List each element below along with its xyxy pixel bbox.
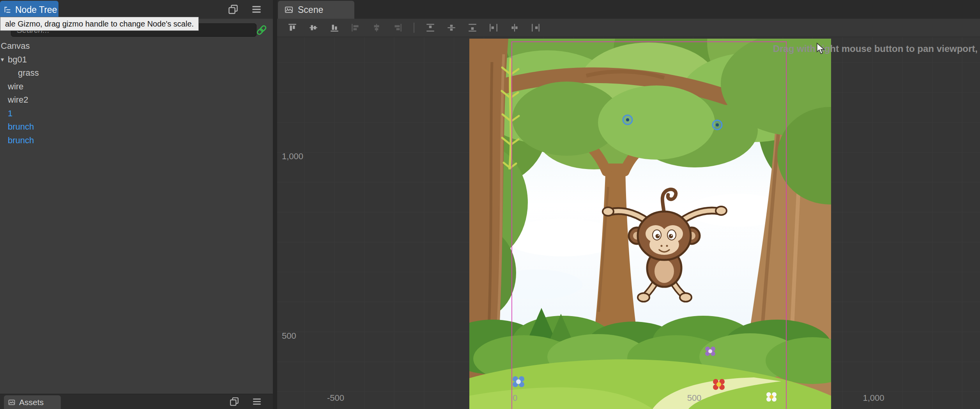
tree-node-1[interactable]: 1: [0, 107, 273, 121]
tree-node-wire2[interactable]: wire2: [0, 93, 273, 107]
align-bottom-icon: [329, 23, 340, 33]
align-bottom-button[interactable]: [327, 20, 342, 35]
tree-node-brunch[interactable]: brunch: [0, 120, 273, 134]
tree-node-label: 1: [8, 108, 12, 119]
dist-hcenter-icon: [509, 23, 520, 33]
scene-panel: Scene: [277, 0, 980, 409]
tab-scene[interactable]: Scene: [278, 1, 354, 19]
assets-icon: [8, 398, 16, 406]
align-hcenter-button[interactable]: [369, 20, 384, 35]
assets-panel-header: Assets: [0, 394, 273, 409]
tree-icon: [3, 5, 12, 14]
tree-node-Canvas[interactable]: Canvas: [0, 39, 273, 53]
dist-left-icon: [488, 23, 499, 33]
node-gizmo-handle[interactable]: [713, 120, 722, 130]
scene-forest-image: [469, 39, 831, 409]
scene-icon: [284, 5, 294, 14]
scene-header: Scene: [277, 0, 980, 19]
scene-viewport[interactable]: 1,000500-50005001,000 Drag with right mo…: [277, 37, 980, 409]
dist-bottom-icon: [467, 23, 478, 33]
align-hcenter-icon: [371, 23, 382, 33]
align-left-button[interactable]: [348, 20, 363, 35]
dist-vcenter-icon: [446, 23, 456, 33]
node-tree-tab-label: Node Tree: [15, 5, 57, 15]
link-node-icon[interactable]: [256, 24, 267, 36]
gizmo-tooltip: ale Gizmo, drag gizmo handle to change N…: [0, 17, 199, 31]
panel-menu-icon[interactable]: [252, 397, 262, 407]
tree-node-label: wire: [8, 82, 23, 92]
ruler-label-x: -500: [327, 393, 344, 403]
tree-node-bg01[interactable]: ▾bg01: [0, 53, 273, 67]
node-tree-list: Canvas▾bg01grasswirewire21brunchbrunch: [0, 39, 273, 147]
float-panel-icon[interactable]: [229, 397, 239, 407]
dist-top-icon: [425, 23, 435, 33]
dist-left-button[interactable]: [486, 20, 501, 35]
align-vcenter-icon: [308, 23, 318, 33]
dist-vcenter-button[interactable]: [444, 20, 459, 35]
assets-tab-label: Assets: [19, 398, 44, 407]
tree-node-label: grass: [18, 68, 39, 78]
toolbar-separator: [414, 23, 414, 33]
panel-splitter[interactable]: [273, 0, 277, 409]
align-toolbar: [277, 19, 980, 37]
scene-tab-label: Scene: [298, 5, 323, 15]
align-top-icon: [287, 23, 297, 33]
float-panel-icon[interactable]: [228, 4, 239, 15]
tree-node-label: wire2: [8, 95, 28, 105]
design-border-top: [511, 41, 787, 42]
align-right-button[interactable]: [390, 20, 405, 35]
ruler-label-y: 500: [282, 331, 296, 341]
ruler-label-x: 0: [513, 393, 517, 403]
mouse-cursor-icon: [815, 43, 826, 55]
viewport-hint-text: Drag with right mouse button to pan view…: [773, 43, 978, 54]
tree-node-label: brunch: [8, 135, 34, 146]
align-top-button[interactable]: [285, 20, 300, 35]
tree-node-grass[interactable]: grass: [0, 66, 273, 80]
tree-node-label: brunch: [8, 122, 34, 132]
align-left-icon: [350, 23, 361, 33]
panel-menu-icon[interactable]: [251, 4, 262, 15]
node-tree-panel: Node Tree ale Gizmo, drag gizmo handle t…: [0, 0, 273, 409]
design-border-left: [511, 41, 512, 409]
dist-top-button[interactable]: [423, 20, 438, 35]
tree-node-wire[interactable]: wire: [0, 80, 273, 94]
dist-right-icon: [531, 23, 541, 33]
tree-node-label: Canvas: [1, 41, 30, 51]
align-right-icon: [393, 23, 403, 33]
tree-node-label: bg01: [8, 55, 27, 65]
tab-node-tree[interactable]: Node Tree: [0, 1, 58, 19]
ruler-label-y: 1,000: [282, 151, 303, 162]
design-border-right: [786, 41, 787, 409]
expand-arrow-icon[interactable]: ▾: [1, 56, 8, 63]
align-vcenter-button[interactable]: [306, 20, 321, 35]
node-tree-header: Node Tree: [0, 0, 273, 19]
dist-right-button[interactable]: [528, 20, 543, 35]
tree-node-brunch[interactable]: brunch: [0, 134, 273, 148]
ruler-label-x: 500: [687, 393, 702, 403]
dist-hcenter-button[interactable]: [507, 20, 522, 35]
tab-assets[interactable]: Assets: [4, 395, 61, 409]
ruler-label-x: 1,000: [863, 393, 884, 403]
node-gizmo-handle[interactable]: [623, 115, 632, 124]
dist-bottom-button[interactable]: [465, 20, 480, 35]
